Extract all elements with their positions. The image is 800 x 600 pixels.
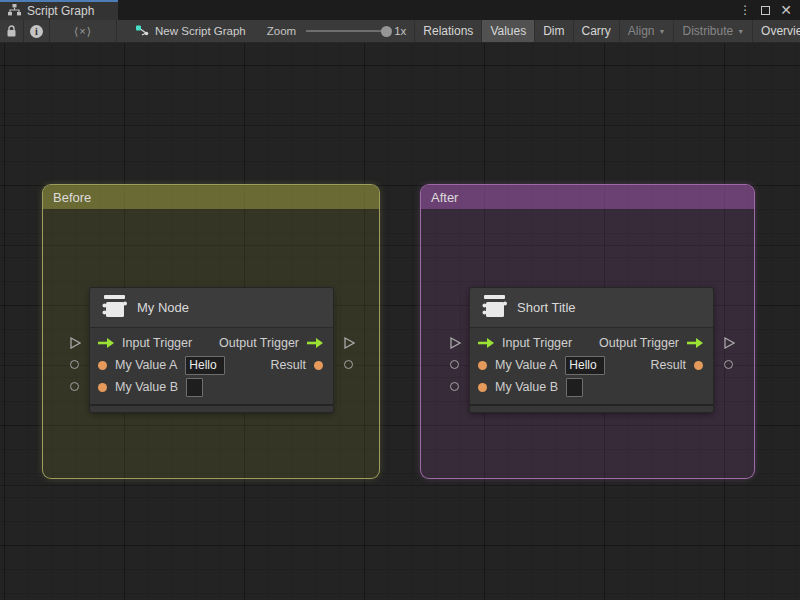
node-header[interactable]: My Node [90,288,333,328]
node-title: Short Title [517,300,576,315]
new-graph-icon [135,25,149,37]
external-value-b-port[interactable] [450,382,459,391]
info-button[interactable]: i [24,20,49,42]
node-title: My Node [137,300,189,315]
external-input-trigger-port[interactable] [449,337,461,349]
dim-button[interactable]: Dim [534,20,572,42]
zoom-label: Zoom [267,25,296,37]
external-output-trigger-port[interactable] [723,337,735,349]
chevron-down-icon: ▼ [659,28,666,35]
lock-icon [6,25,17,38]
overview-button[interactable]: Overview [752,20,800,42]
group-label: Before [53,190,91,205]
value-a-port-icon[interactable] [98,361,107,370]
node-body: Input Trigger Output Trigger My Value A [90,328,333,404]
output-trigger-label: Output Trigger [219,336,299,350]
node-body: Input Trigger Output Trigger My Value A [470,328,713,404]
value-a-row: My Value A Result [470,354,713,376]
result-port-icon[interactable] [694,361,703,370]
input-trigger-port-icon[interactable] [478,338,494,348]
result-port-icon[interactable] [314,361,323,370]
result-label: Result [651,358,686,372]
value-a-input[interactable] [185,356,225,375]
tab-script-graph[interactable]: Script Graph [0,0,118,20]
value-b-row: My Value B [90,376,333,398]
external-value-b-port[interactable] [70,382,79,391]
lock-button[interactable] [0,20,23,42]
tab-title: Script Graph [27,4,94,18]
window-controls: ⋮ ✕ [731,0,800,20]
value-b-row: My Value B [470,376,713,398]
node-my-node[interactable]: My Node Input Trigger Output Trigger [90,288,333,412]
distribute-dropdown[interactable]: Distribute ▼ [673,20,752,42]
more-menu-icon[interactable]: ⋮ [739,4,751,16]
group-before-header[interactable]: Before [43,185,379,209]
external-output-trigger-port[interactable] [343,337,355,349]
node-footer [90,404,333,412]
graph-canvas[interactable]: Before After My Nod [0,43,800,600]
external-input-trigger-port[interactable] [69,337,81,349]
tab-bar: Script Graph ⋮ ✕ [0,0,800,20]
new-script-graph-button[interactable]: New Script Graph [117,20,253,42]
value-a-row: My Value A Result [90,354,333,376]
graph-hierarchy-icon [8,4,21,19]
close-icon[interactable]: ✕ [780,3,792,17]
node-short-title[interactable]: Short Title Input Trigger Output Trigger [470,288,713,412]
trigger-row: Input Trigger Output Trigger [470,332,713,354]
group-after-header[interactable]: After [421,185,754,209]
unit-node-icon [100,291,127,325]
output-trigger-port-icon[interactable] [687,338,703,348]
tabbar-spacer [118,0,731,20]
value-b-label: My Value B [495,380,558,394]
node-footer [470,404,713,412]
value-a-input[interactable] [565,356,605,375]
group-label: After [431,190,458,205]
relations-button[interactable]: Relations [414,20,481,42]
value-b-port-icon[interactable] [98,383,107,392]
external-result-port[interactable] [724,360,733,369]
zoom-slider[interactable] [306,30,390,32]
node-header[interactable]: Short Title [470,288,713,328]
graph-toolbar: i ⟨×⟩ New Script Graph Zoom 1x Relations… [0,20,800,43]
output-trigger-port-icon[interactable] [307,338,323,348]
external-value-a-port[interactable] [450,360,459,369]
input-trigger-label: Input Trigger [502,336,572,350]
code-icon: ⟨×⟩ [74,25,92,38]
value-b-input[interactable] [566,378,583,397]
script-graph-window: Script Graph ⋮ ✕ i ⟨×⟩ [0,0,800,600]
value-a-label: My Value A [115,358,177,372]
align-dropdown[interactable]: Align ▼ [619,20,674,42]
code-preview-button[interactable]: ⟨×⟩ [50,20,116,42]
external-value-a-port[interactable] [70,360,79,369]
unit-node-icon [480,291,507,325]
carry-button[interactable]: Carry [573,20,619,42]
zoom-value: 1x [394,25,406,37]
value-b-port-icon[interactable] [478,383,487,392]
input-trigger-label: Input Trigger [122,336,192,350]
value-b-label: My Value B [115,380,178,394]
trigger-row: Input Trigger Output Trigger [90,332,333,354]
info-icon: i [30,25,43,38]
chevron-down-icon: ▼ [737,28,744,35]
input-trigger-port-icon[interactable] [98,338,114,348]
result-label: Result [271,358,306,372]
value-a-label: My Value A [495,358,557,372]
zoom-slider-handle[interactable] [381,26,392,37]
value-b-input[interactable] [186,378,203,397]
new-graph-label: New Script Graph [155,25,246,37]
output-trigger-label: Output Trigger [599,336,679,350]
maximize-icon[interactable] [761,1,770,19]
value-a-port-icon[interactable] [478,361,487,370]
external-result-port[interactable] [344,360,353,369]
values-button[interactable]: Values [481,20,534,42]
